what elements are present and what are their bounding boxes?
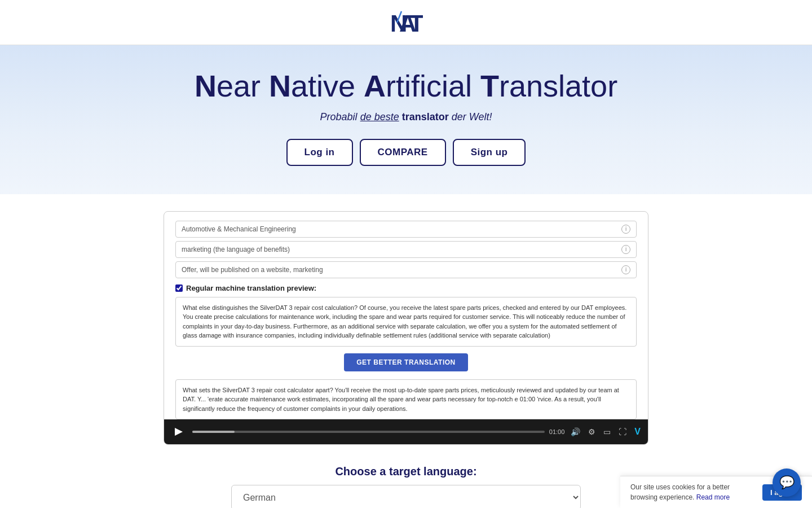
get-better-translation-button[interactable]: GET BETTER TRANSLATION	[344, 353, 467, 371]
play-button[interactable]	[170, 423, 188, 441]
signup-button[interactable]: Sign up	[453, 139, 526, 166]
chat-bubble[interactable]: 💬	[773, 468, 801, 497]
compare-button[interactable]: COMPARE	[360, 139, 446, 166]
language-label: Choose a target language:	[164, 465, 648, 478]
demo-field-3: Offer, will be published on a website, m…	[175, 261, 637, 278]
volume-button[interactable]: 🔊	[569, 426, 582, 437]
info-icon-3: i	[621, 265, 630, 274]
demo-checkbox-row: Regular machine translation preview:	[175, 284, 637, 292]
vimeo-button[interactable]: V	[633, 426, 642, 438]
read-more-link[interactable]: Read more	[696, 493, 730, 501]
demo-text-block-1: What else distinguishes the SilverDAT 3 …	[175, 297, 637, 347]
hero-title: Near Native Artificial Translator	[11, 68, 801, 104]
video-time: 01:00	[549, 428, 565, 435]
chat-icon: 💬	[779, 475, 795, 490]
hero-subtitle: Probabil de beste translator der Welt!	[11, 111, 801, 123]
title-bold-a: A	[364, 69, 386, 103]
video-player: 01:00 🔊 ⚙ ▭ ⛶ V	[164, 419, 648, 444]
title-bold-n2: N	[269, 69, 291, 103]
language-section: Choose a target language: German English…	[164, 465, 648, 508]
cookie-text: Our site uses cookies for a better brows…	[630, 482, 756, 502]
fullscreen-button[interactable]: ⛶	[617, 426, 628, 437]
hero-section: Near Native Artificial Translator Probab…	[0, 45, 812, 194]
title-bold-n: N	[195, 69, 217, 103]
main-content: Automotive & Mechanical Engineering i ma…	[152, 194, 660, 508]
demo-inner: Automotive & Mechanical Engineering i ma…	[164, 212, 648, 420]
subtitle-rest: der Welt!	[449, 111, 492, 122]
captions-button[interactable]: ▭	[602, 426, 612, 437]
info-icon-1: i	[621, 225, 630, 234]
settings-button[interactable]: ⚙	[586, 426, 597, 437]
demo-field-2: marketing (the language of benefits) i	[175, 241, 637, 258]
header: N A T	[0, 0, 812, 45]
language-select[interactable]: German English French Spanish Italian Po…	[231, 485, 581, 508]
title-ative: ative	[291, 69, 364, 103]
nat-logo: N A T	[389, 7, 423, 38]
video-progress-bar[interactable]	[192, 431, 545, 433]
subtitle-italic: Probabil	[320, 111, 360, 122]
subtitle-bold: translator	[399, 111, 449, 122]
hero-buttons: Log in COMPARE Sign up	[11, 139, 801, 166]
svg-text:T: T	[409, 10, 423, 37]
preview-checkbox[interactable]	[175, 284, 183, 292]
video-progress-fill	[192, 431, 235, 433]
title-bold-t: T	[480, 69, 499, 103]
info-icon-2: i	[621, 245, 630, 254]
title-ranslator: ranslator	[499, 69, 617, 103]
title-ear: ear	[217, 69, 269, 103]
title-rtificial: rtificial	[386, 69, 480, 103]
login-button[interactable]: Log in	[286, 139, 353, 166]
demo-text-block-2: What sets the SilverDAT 3 repair cost ca…	[175, 379, 637, 420]
logo-area: N A T	[389, 7, 423, 38]
demo-field-1: Automotive & Mechanical Engineering i	[175, 221, 637, 238]
demo-container: Automotive & Mechanical Engineering i ma…	[164, 211, 648, 445]
play-icon	[175, 428, 183, 436]
subtitle-underline: de beste	[360, 111, 399, 122]
